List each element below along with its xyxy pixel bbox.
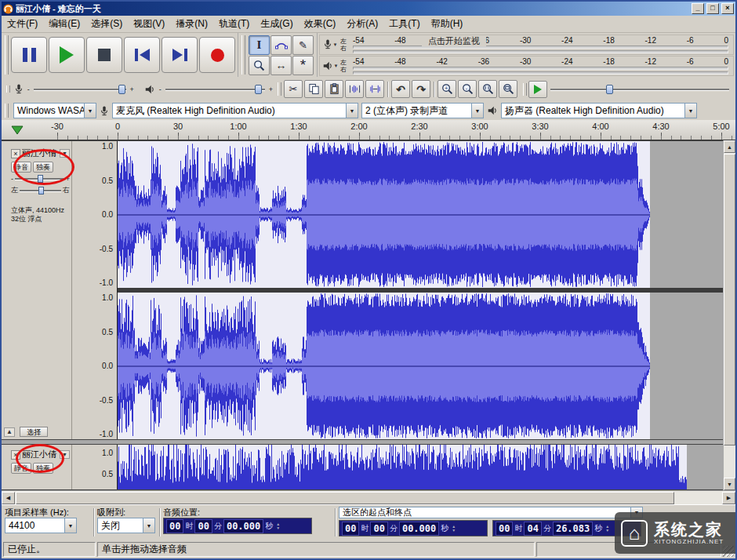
track1-collapse-button[interactable]: ▲ [4,427,15,437]
silence-audio-button[interactable] [365,80,384,98]
toolbar-grip[interactable] [523,83,527,96]
track2-name[interactable]: 丽江小倩 [22,449,58,460]
chevron-down-icon[interactable]: ▼ [684,104,696,118]
track1-close-button[interactable]: × [11,149,20,158]
menu-item[interactable]: 效果(C) [299,16,342,32]
chevron-down-icon[interactable]: ▼ [471,104,483,118]
track1-gain-slider[interactable] [15,175,64,183]
chevron-down-icon[interactable]: ▼ [143,518,154,533]
scroll-left-button[interactable]: ◀ [2,492,15,504]
paste-button[interactable] [325,80,343,98]
menu-item[interactable]: 生成(G) [255,16,298,32]
menu-item[interactable]: 编辑(E) [43,16,85,32]
track2-menu-button[interactable]: ▼ [60,450,70,459]
playback-volume-slider[interactable] [165,84,265,95]
menu-item[interactable]: 视图(V) [128,16,170,32]
redo-button[interactable]: ↷ [412,80,430,98]
track1-mute-button[interactable]: 静音 [11,162,31,173]
undo-button[interactable]: ↶ [391,80,410,98]
toolbar-grip[interactable] [5,104,9,118]
track1-solo-button[interactable]: 独奏 [33,162,53,173]
chevron-down-icon[interactable]: ▼ [346,104,358,118]
selection-tool-button[interactable]: I [249,35,270,55]
track2-solo-button[interactable]: 独奏 [33,463,53,474]
track1-waveform-view[interactable] [118,141,723,439]
zoom-selection-button[interactable] [478,80,497,98]
chevron-down-icon[interactable]: ▼ [334,64,339,68]
toolbar-grip[interactable] [6,85,10,93]
playback-meter[interactable]: ▼ 左右 -54-48-42-36-30-24-18-12-60 [319,56,734,76]
maximize-button[interactable]: □ [706,3,719,14]
vertical-scroll-thumb[interactable] [724,154,735,445]
audio-position-display[interactable]: 00时 00分 00.000秒 ▲▼ [163,518,312,534]
timeline-pin-icon[interactable] [11,125,24,137]
zoom-out-button[interactable]: - [458,80,477,98]
skip-to-start-button[interactable] [124,37,160,73]
close-button[interactable]: × [721,3,734,14]
track1-vertical-ruler[interactable]: 1.00.50.0-0.5-1.0 1.00.50.0-0.5-1.0 [72,141,118,439]
playback-device-select[interactable]: 扬声器 (Realtek High Definition Audio) ▼ [501,103,697,118]
menu-item[interactable]: 分析(A) [341,16,383,32]
toolbar-grip[interactable] [5,35,9,75]
zoom-in-button[interactable]: + [437,80,456,98]
time-spinner[interactable]: ▲▼ [605,525,609,533]
record-button[interactable] [199,37,235,73]
menu-item[interactable]: 文件(F) [2,16,43,32]
play-button[interactable] [49,37,85,73]
track2-close-button[interactable]: × [11,450,20,460]
copy-button[interactable] [304,80,323,98]
skip-to-end-button[interactable] [162,37,198,73]
envelope-tool-button[interactable] [270,35,292,55]
toolbar-grip[interactable] [278,82,281,96]
track1-select-button[interactable]: 选择 [20,427,48,437]
play-at-speed-button[interactable] [528,81,547,98]
track1-name[interactable]: 丽江小倩 [22,147,58,159]
scissors-icon: ✂ [289,83,298,95]
zoom-tool-button[interactable] [249,56,270,75]
menu-item[interactable]: 选择(S) [85,16,128,32]
stop-button[interactable] [86,37,122,73]
track2-clip[interactable] [118,445,687,489]
menu-item[interactable]: 帮助(H) [426,16,469,32]
scroll-up-button[interactable]: ▲ [724,140,735,153]
minimize-button[interactable]: _ [692,3,704,14]
menu-item[interactable]: 轨道(T) [213,16,255,32]
menu-item[interactable]: 工具(T) [383,16,425,32]
selection-start-display[interactable]: 00时 00分 00.000秒 ▲▼ [339,520,488,536]
multi-tool-button[interactable]: * [292,56,314,75]
scroll-right-button[interactable]: ▶ [722,492,735,504]
toolbar-grip[interactable] [241,35,245,75]
selection-range-select[interactable]: 选区的起点和终点 ▼ [339,507,643,518]
track1-menu-button[interactable]: ▼ [60,149,70,158]
timeline-ruler[interactable]: -300301:001:302:002:303:003:304:004:305:… [2,120,735,140]
scroll-down-button[interactable]: ▼ [724,478,735,490]
chevron-down-icon[interactable]: ▼ [84,104,96,118]
vertical-scrollbar[interactable]: ▲ ▼ [723,140,735,490]
project-rate-select[interactable]: 44100 ▼ [5,518,77,533]
monitor-hint[interactable]: 点击开始监视 [422,36,486,46]
audio-host-select[interactable]: Windows WASAPI ▼ [13,103,96,118]
track2-vertical-ruler[interactable]: 1.00.5 [72,445,118,489]
recording-meter[interactable]: ▼ 左右 -54-48-42-36-30-24-18-12-60 点击开始监视 [319,35,734,55]
time-spinner[interactable]: ▲▼ [276,522,280,530]
recording-volume-slider[interactable] [34,84,126,95]
chevron-down-icon[interactable]: ▼ [333,42,338,47]
pause-button[interactable] [11,37,47,73]
horizontal-scrollbar[interactable]: ◀ ▶ [2,490,735,504]
track2-waveform-view[interactable] [118,445,723,489]
recording-channels-select[interactable]: 2 (立体声) 录制声道 ▼ [361,103,484,118]
snap-select[interactable]: 关闭 ▼ [97,518,155,533]
cut-button[interactable]: ✂ [284,80,303,98]
zoom-fit-button[interactable] [499,80,517,98]
timeshift-tool-button[interactable]: ↔ [270,56,292,75]
recording-device-select[interactable]: 麦克风 (Realtek High Definition Audio) ▼ [112,103,358,118]
horizontal-scroll-thumb[interactable] [16,492,674,504]
track2-mute-button[interactable]: 静音 [11,463,31,474]
chevron-down-icon[interactable]: ▼ [64,518,76,533]
draw-tool-button[interactable]: ✎ [292,35,314,55]
trim-audio-button[interactable] [345,80,364,98]
track1-pan-slider[interactable] [20,187,61,195]
menu-item[interactable]: 播录(N) [170,16,213,32]
time-spinner[interactable]: ▲▼ [452,525,456,533]
playback-speed-slider[interactable] [550,84,729,95]
